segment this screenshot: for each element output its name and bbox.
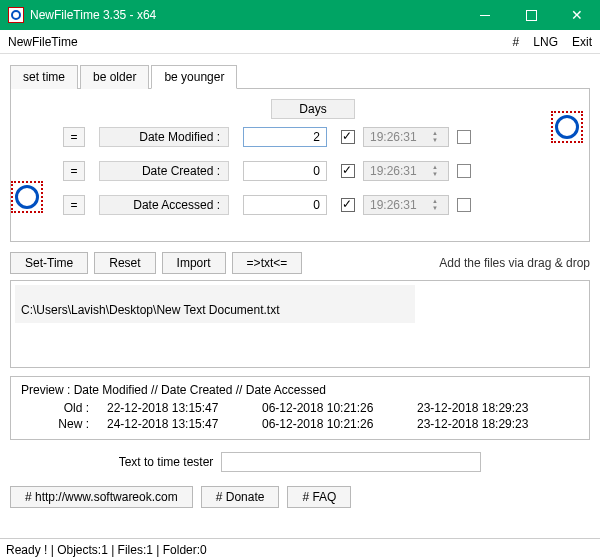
preview-old-row: Old : 22-12-2018 13:15:47 06-12-2018 10:… [21, 401, 579, 415]
tab-be-older[interactable]: be older [80, 65, 149, 89]
row-label: Date Modified : [99, 127, 229, 147]
clock-icon[interactable] [11, 181, 43, 213]
time-checkbox[interactable] [457, 130, 471, 144]
eq-button[interactable]: = [63, 161, 85, 181]
drag-drop-hint: Add the files via drag & drop [439, 256, 590, 270]
row-date-created: = Date Created : 0 19:26:31 ▲▼ [25, 157, 575, 185]
row-label: Date Created : [99, 161, 229, 181]
old-label: Old : [21, 401, 89, 415]
preview-header: Preview : Date Modified // Date Created … [21, 383, 579, 397]
tab-be-younger[interactable]: be younger [151, 65, 237, 89]
minimize-button[interactable] [462, 0, 508, 30]
new-label: New : [21, 417, 89, 431]
import-button[interactable]: Import [162, 252, 226, 274]
tester-input[interactable] [221, 452, 481, 472]
tab-set-time[interactable]: set time [10, 65, 78, 89]
links: # http://www.softwareok.com # Donate # F… [10, 486, 590, 508]
new-modified: 24-12-2018 13:15:47 [107, 417, 262, 431]
time-checkbox[interactable] [457, 198, 471, 212]
enable-checkbox[interactable] [341, 198, 355, 212]
time-spinner[interactable]: 19:26:31 ▲▼ [363, 127, 449, 147]
old-created: 06-12-2018 10:21:26 [262, 401, 417, 415]
menu-hash[interactable]: # [513, 35, 520, 49]
actions: Set-Time Reset Import =>txt<= Add the fi… [10, 252, 590, 274]
link-donate[interactable]: # Donate [201, 486, 280, 508]
link-site[interactable]: # http://www.softwareok.com [10, 486, 193, 508]
old-accessed: 23-12-2018 18:29:23 [417, 401, 572, 415]
menubar: NewFileTime # LNG Exit [0, 30, 600, 54]
row-date-modified: = Date Modified : 2 19:26:31 ▲▼ [25, 123, 575, 151]
new-accessed: 23-12-2018 18:29:23 [417, 417, 572, 431]
tester-label: Text to time tester [119, 455, 214, 469]
spinner-icon[interactable]: ▲▼ [428, 198, 442, 212]
old-modified: 22-12-2018 13:15:47 [107, 401, 262, 415]
enable-checkbox[interactable] [341, 164, 355, 178]
txt-button[interactable]: =>txt<= [232, 252, 303, 274]
set-time-button[interactable]: Set-Time [10, 252, 88, 274]
preview-new-row: New : 24-12-2018 13:15:47 06-12-2018 10:… [21, 417, 579, 431]
status-text: Ready ! | Objects:1 | Files:1 | Folder:0 [6, 543, 207, 557]
time-spinner[interactable]: 19:26:31 ▲▼ [363, 195, 449, 215]
days-input-modified[interactable]: 2 [243, 127, 327, 147]
reset-button[interactable]: Reset [94, 252, 155, 274]
spinner-icon[interactable]: ▲▼ [428, 130, 442, 144]
close-button[interactable] [554, 0, 600, 30]
file-list[interactable]: C:\Users\Lavish\Desktop\New Text Documen… [10, 280, 590, 368]
days-input-accessed[interactable]: 0 [243, 195, 327, 215]
enable-checkbox[interactable] [341, 130, 355, 144]
eq-button[interactable]: = [63, 195, 85, 215]
spinner-icon[interactable]: ▲▼ [428, 164, 442, 178]
app-icon [8, 7, 24, 23]
preview-panel: Preview : Date Modified // Date Created … [10, 376, 590, 440]
new-created: 06-12-2018 10:21:26 [262, 417, 417, 431]
time-checkbox[interactable] [457, 164, 471, 178]
tester: Text to time tester [10, 452, 590, 472]
file-entry[interactable]: C:\Users\Lavish\Desktop\New Text Documen… [15, 285, 415, 323]
menu-exit[interactable]: Exit [572, 35, 592, 49]
window-title: NewFileTime 3.35 - x64 [30, 8, 462, 22]
clock-icon[interactable] [551, 111, 583, 143]
app-name[interactable]: NewFileTime [8, 35, 499, 49]
time-spinner[interactable]: 19:26:31 ▲▼ [363, 161, 449, 181]
tabs: set time be older be younger [10, 64, 590, 89]
row-date-accessed: = Date Accessed : 0 19:26:31 ▲▼ [25, 191, 575, 219]
row-label: Date Accessed : [99, 195, 229, 215]
status-bar: Ready ! | Objects:1 | Files:1 | Folder:0 [0, 538, 600, 560]
days-header: Days [271, 99, 355, 119]
menu-lng[interactable]: LNG [533, 35, 558, 49]
days-input-created[interactable]: 0 [243, 161, 327, 181]
link-faq[interactable]: # FAQ [287, 486, 351, 508]
eq-button[interactable]: = [63, 127, 85, 147]
be-younger-panel: Days = Date Modified : 2 19:26:31 ▲▼ = D… [10, 89, 590, 242]
maximize-button[interactable] [508, 0, 554, 30]
titlebar: NewFileTime 3.35 - x64 [0, 0, 600, 30]
